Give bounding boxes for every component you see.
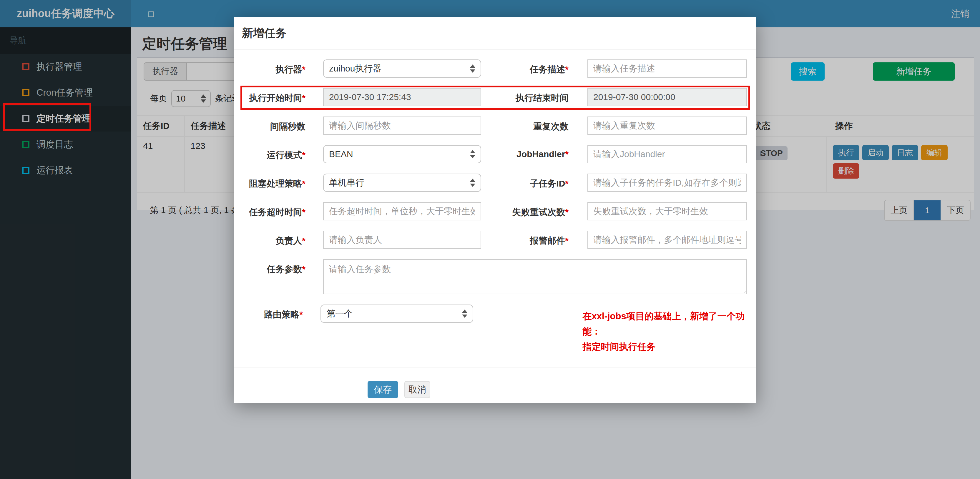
owner-input[interactable] (323, 231, 481, 249)
field-label-owner: 负责人* (234, 231, 305, 247)
select-stepper-icon (470, 178, 475, 187)
executor-select[interactable]: zuihou执行器 (323, 59, 481, 78)
end-time-input[interactable] (587, 88, 747, 106)
task-desc-input[interactable] (587, 59, 747, 78)
run-mode-select[interactable]: BEAN (323, 145, 481, 163)
save-button[interactable]: 保存 (368, 381, 398, 398)
field-label-interval-seconds: 间隔秒数 (234, 116, 305, 133)
field-label-task-params: 任务参数* (234, 259, 305, 275)
feature-note-text: 在xxl-jobs项目的基础上，新增了一个功能： 指定时间执行任务 (583, 304, 756, 355)
task-params-textarea[interactable] (323, 259, 747, 294)
interval-seconds-input[interactable] (323, 116, 481, 135)
child-task-id-input[interactable] (587, 173, 747, 192)
start-time-input[interactable] (323, 88, 481, 106)
screen: zuihou任务调度中心 □ 注销 导航 执行器管理 Cron任务管理 定时任务… (0, 0, 980, 479)
route-strategy-select[interactable]: 第一个 (320, 304, 473, 323)
field-label-executor: 执行器* (234, 59, 305, 76)
field-label-route-strategy: 路由策略* (234, 304, 303, 321)
add-task-modal: 新增任务 执行器* zuihou执行器 任务描述* 执行开始时间* 执行结束时间… (234, 17, 756, 403)
field-label-block-strategy: 阻塞处理策略* (234, 173, 305, 190)
field-label-child-task-id: 子任务ID* (481, 173, 569, 190)
modal-title: 新增任务 (234, 17, 756, 50)
field-label-alarm-email: 报警邮件* (481, 231, 569, 247)
field-label-jobhandler: JobHandler* (481, 145, 569, 159)
field-label-repeat-count: 重复次数 (481, 116, 569, 133)
field-label-fail-retry-count: 失败重试次数* (481, 202, 569, 218)
field-label-start-time: 执行开始时间* (234, 88, 305, 104)
jobhandler-input[interactable] (587, 145, 747, 163)
select-stepper-icon (470, 150, 475, 158)
fail-retry-count-input[interactable] (587, 202, 747, 220)
block-strategy-select[interactable]: 单机串行 (323, 173, 481, 192)
task-timeout-input[interactable] (323, 202, 481, 220)
alarm-email-input[interactable] (587, 231, 747, 249)
select-stepper-icon (470, 64, 475, 73)
field-label-task-timeout: 任务超时时间* (234, 202, 305, 218)
field-label-end-time: 执行结束时间 (481, 88, 569, 104)
select-stepper-icon (462, 310, 467, 318)
cancel-button[interactable]: 取消 (404, 381, 430, 398)
repeat-count-input[interactable] (587, 116, 747, 135)
field-label-run-mode: 运行模式* (234, 145, 305, 161)
field-label-task-desc: 任务描述* (481, 59, 569, 76)
